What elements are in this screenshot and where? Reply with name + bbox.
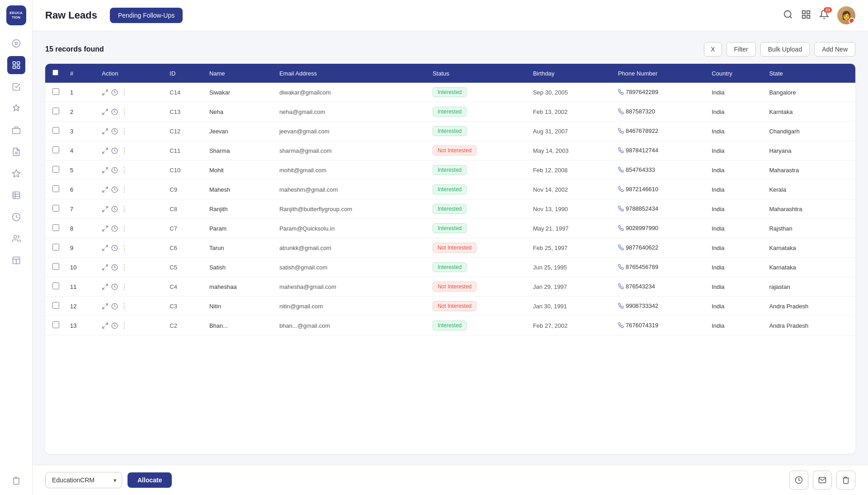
avatar[interactable]: 👩	[837, 6, 855, 24]
row-checkbox-cell[interactable]	[45, 297, 65, 316]
clock-action-icon[interactable]	[111, 303, 118, 310]
row-checkbox[interactable]	[52, 244, 59, 250]
more-options-icon[interactable]: ⋮	[121, 321, 128, 330]
row-checkbox[interactable]	[52, 283, 59, 289]
clock-action-icon[interactable]	[111, 186, 118, 193]
clock-action-icon[interactable]	[111, 264, 118, 271]
row-checkbox[interactable]	[52, 302, 59, 309]
expand-icon[interactable]	[102, 128, 108, 135]
row-checkbox-cell[interactable]	[45, 238, 65, 258]
expand-icon[interactable]	[102, 108, 108, 115]
clock-action-icon[interactable]	[111, 108, 118, 115]
clock-action-icon[interactable]	[111, 322, 118, 329]
clock-action-icon[interactable]	[111, 128, 118, 135]
email-button[interactable]	[813, 471, 832, 490]
row-checkbox[interactable]	[52, 224, 59, 231]
expand-icon[interactable]	[102, 206, 108, 212]
clock-icon	[795, 476, 803, 484]
expand-icon[interactable]	[102, 89, 108, 96]
more-options-icon[interactable]: ⋮	[121, 146, 128, 155]
row-checkbox-cell[interactable]	[45, 199, 65, 219]
more-options-icon[interactable]: ⋮	[121, 127, 128, 136]
expand-icon[interactable]	[102, 147, 108, 154]
grid-view-button[interactable]	[801, 9, 811, 22]
col-country: Country	[706, 64, 764, 83]
sidebar-item-clock[interactable]	[7, 208, 25, 226]
row-checkbox[interactable]	[52, 88, 59, 95]
more-options-icon[interactable]: ⋮	[121, 166, 128, 174]
row-checkbox-cell[interactable]	[45, 277, 65, 297]
clock-action-icon[interactable]	[111, 225, 118, 232]
filter-button[interactable]: Filter	[726, 42, 756, 57]
clock-action-icon[interactable]	[111, 167, 118, 174]
crm-select[interactable]: EducationCRM	[45, 472, 122, 488]
row-checkbox[interactable]	[52, 166, 59, 173]
row-checkbox-cell[interactable]	[45, 122, 65, 141]
row-num: 12	[65, 297, 96, 316]
add-new-button[interactable]: Add New	[814, 42, 855, 57]
delete-button[interactable]	[836, 471, 855, 490]
clock-action-icon[interactable]	[111, 206, 118, 212]
sidebar-item-segments[interactable]	[7, 165, 25, 183]
clock-action-icon[interactable]	[111, 147, 118, 154]
row-checkbox-cell[interactable]	[45, 258, 65, 277]
expand-icon[interactable]	[102, 322, 108, 329]
more-options-icon[interactable]: ⋮	[121, 108, 128, 116]
row-checkbox-cell[interactable]	[45, 102, 65, 122]
more-options-icon[interactable]: ⋮	[121, 88, 128, 97]
pending-followups-button[interactable]: Pending Follow-Ups	[110, 8, 183, 23]
sidebar-item-reports[interactable]	[7, 143, 25, 161]
leads-table: # Action ID Name Email Address Status Bi…	[45, 64, 855, 335]
allocate-button[interactable]: Allocate	[127, 472, 172, 488]
row-checkbox[interactable]	[52, 263, 59, 270]
table-row: 3 ⋮ C12 Jeevan jeevan@gmail.com Interest…	[45, 122, 855, 141]
expand-icon[interactable]	[102, 283, 108, 290]
schedule-button[interactable]	[789, 471, 808, 490]
row-checkbox[interactable]	[52, 146, 59, 153]
row-checkbox-cell[interactable]	[45, 219, 65, 238]
row-checkbox[interactable]	[52, 108, 59, 114]
row-checkbox-cell[interactable]	[45, 83, 65, 102]
expand-icon[interactable]	[102, 264, 108, 271]
more-options-icon[interactable]: ⋮	[121, 185, 128, 194]
more-options-icon[interactable]: ⋮	[121, 302, 128, 311]
select-all-header[interactable]	[45, 64, 65, 83]
clock-action-icon[interactable]	[111, 245, 118, 251]
search-icon	[783, 9, 793, 19]
more-options-icon[interactable]: ⋮	[121, 244, 128, 252]
clock-action-icon[interactable]	[111, 89, 118, 96]
sidebar-item-briefcase[interactable]	[7, 121, 25, 139]
sidebar-item-leads[interactable]	[7, 56, 25, 74]
clear-filter-button[interactable]: X	[704, 42, 722, 57]
row-checkbox-cell[interactable]	[45, 160, 65, 180]
clock-action-icon[interactable]	[111, 283, 118, 290]
sidebar-item-table[interactable]	[7, 186, 25, 204]
more-options-icon[interactable]: ⋮	[121, 205, 128, 213]
bulk-upload-button[interactable]: Bulk Upload	[760, 42, 810, 57]
more-options-icon[interactable]: ⋮	[121, 224, 128, 233]
row-checkbox-cell[interactable]	[45, 141, 65, 160]
more-options-icon[interactable]: ⋮	[121, 283, 128, 291]
sidebar-item-tasks[interactable]	[7, 78, 25, 96]
more-options-icon[interactable]: ⋮	[121, 263, 128, 272]
expand-icon[interactable]	[102, 167, 108, 174]
row-checkbox[interactable]	[52, 321, 59, 328]
row-checkbox-cell[interactable]	[45, 180, 65, 199]
search-button[interactable]	[783, 9, 793, 22]
sidebar-item-rocket[interactable]	[7, 99, 25, 118]
row-phone: 9872146610	[613, 180, 706, 199]
expand-icon[interactable]	[102, 245, 108, 251]
sidebar-item-trash[interactable]	[7, 471, 25, 490]
expand-icon[interactable]	[102, 303, 108, 310]
row-checkbox-cell[interactable]	[45, 316, 65, 335]
sidebar-item-layout[interactable]	[7, 251, 25, 269]
row-checkbox[interactable]	[52, 205, 59, 212]
notification-button[interactable]: 23	[819, 9, 829, 22]
row-checkbox[interactable]	[52, 185, 59, 192]
select-all-checkbox[interactable]	[52, 70, 58, 75]
expand-icon[interactable]	[102, 186, 108, 193]
expand-icon[interactable]	[102, 225, 108, 232]
sidebar-item-users[interactable]	[7, 230, 25, 248]
row-checkbox[interactable]	[52, 127, 59, 134]
sidebar-item-dashboard[interactable]	[7, 34, 25, 52]
